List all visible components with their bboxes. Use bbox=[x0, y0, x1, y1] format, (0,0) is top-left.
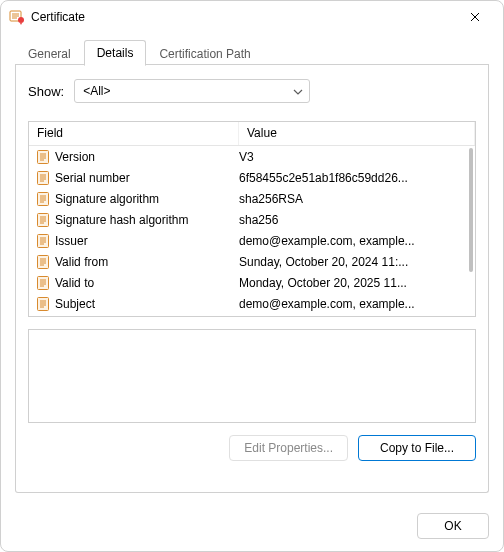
cell-value: Monday, October 20, 2025 11... bbox=[239, 276, 471, 290]
fields-listview[interactable]: Field Value VersionV3Serial number6f5845… bbox=[28, 121, 476, 317]
svg-rect-6 bbox=[38, 234, 49, 247]
show-row: Show: <All> bbox=[28, 79, 476, 103]
cell-field-text: Signature algorithm bbox=[55, 192, 159, 206]
cell-field-text: Version bbox=[55, 150, 95, 164]
list-row[interactable]: Issuerdemo@example.com, example... bbox=[29, 230, 475, 251]
property-icon bbox=[35, 191, 51, 207]
tab-details[interactable]: Details bbox=[84, 40, 147, 66]
cell-field-text: Valid to bbox=[55, 276, 94, 290]
tab-strip: General Details Certification Path bbox=[15, 39, 489, 65]
cell-value: sha256RSA bbox=[239, 192, 471, 206]
svg-rect-8 bbox=[38, 276, 49, 289]
cell-field: Issuer bbox=[35, 233, 239, 249]
cell-value: demo@example.com, example... bbox=[239, 297, 471, 311]
column-header-field[interactable]: Field bbox=[29, 122, 239, 145]
certificate-dialog: Certificate General Details Certificatio… bbox=[0, 0, 504, 552]
list-row[interactable]: Serial number6f58455c2e51ab1f86c59dd26..… bbox=[29, 167, 475, 188]
list-row[interactable]: VersionV3 bbox=[29, 146, 475, 167]
cell-field: Valid from bbox=[35, 254, 239, 270]
details-tabpanel: Show: <All> Field Value VersionV3Serial … bbox=[15, 65, 489, 493]
cell-value: demo@example.com, example... bbox=[239, 234, 471, 248]
ok-button[interactable]: OK bbox=[417, 513, 489, 539]
property-icon bbox=[35, 170, 51, 186]
property-icon bbox=[35, 275, 51, 291]
edit-properties-button: Edit Properties... bbox=[229, 435, 348, 461]
svg-rect-2 bbox=[38, 150, 49, 163]
list-row[interactable]: Subjectdemo@example.com, example... bbox=[29, 293, 475, 314]
copy-to-file-button[interactable]: Copy to File... bbox=[358, 435, 476, 461]
svg-rect-9 bbox=[38, 297, 49, 310]
cell-value: V3 bbox=[239, 150, 471, 164]
dialog-footer: OK bbox=[1, 505, 503, 551]
svg-rect-4 bbox=[38, 192, 49, 205]
tab-certification-path[interactable]: Certification Path bbox=[146, 41, 263, 66]
dialog-body: General Details Certification Path Show:… bbox=[1, 33, 503, 505]
close-button[interactable] bbox=[453, 3, 497, 31]
detail-textbox[interactable] bbox=[28, 329, 476, 423]
property-icon bbox=[35, 233, 51, 249]
certificate-icon bbox=[9, 9, 25, 25]
cell-field: Version bbox=[35, 149, 239, 165]
title-bar: Certificate bbox=[1, 1, 503, 33]
show-dropdown-value: <All> bbox=[83, 84, 110, 98]
cell-field-text: Valid from bbox=[55, 255, 108, 269]
cell-field: Serial number bbox=[35, 170, 239, 186]
column-header-value[interactable]: Value bbox=[239, 122, 475, 145]
svg-point-1 bbox=[18, 17, 24, 23]
cell-field: Subject bbox=[35, 296, 239, 312]
cell-field: Signature algorithm bbox=[35, 191, 239, 207]
show-dropdown[interactable]: <All> bbox=[74, 79, 310, 103]
svg-rect-3 bbox=[38, 171, 49, 184]
cell-field-text: Signature hash algorithm bbox=[55, 213, 188, 227]
cell-field: Signature hash algorithm bbox=[35, 212, 239, 228]
property-icon bbox=[35, 254, 51, 270]
chevron-down-icon bbox=[293, 84, 303, 98]
property-icon bbox=[35, 149, 51, 165]
cell-value: sha256 bbox=[239, 213, 471, 227]
cell-field-text: Issuer bbox=[55, 234, 88, 248]
panel-button-row: Edit Properties... Copy to File... bbox=[28, 435, 476, 461]
list-row[interactable]: Valid fromSunday, October 20, 2024 11:..… bbox=[29, 251, 475, 272]
list-row[interactable]: Valid toMonday, October 20, 2025 11... bbox=[29, 272, 475, 293]
svg-rect-7 bbox=[38, 255, 49, 268]
cell-field-text: Subject bbox=[55, 297, 95, 311]
list-row[interactable]: Signature hash algorithmsha256 bbox=[29, 209, 475, 230]
listview-body: VersionV3Serial number6f58455c2e51ab1f86… bbox=[29, 146, 475, 316]
show-label: Show: bbox=[28, 84, 64, 99]
cell-value: Sunday, October 20, 2024 11:... bbox=[239, 255, 471, 269]
property-icon bbox=[35, 296, 51, 312]
cell-value: 6f58455c2e51ab1f86c59dd26... bbox=[239, 171, 471, 185]
cell-field: Valid to bbox=[35, 275, 239, 291]
list-row[interactable]: Signature algorithmsha256RSA bbox=[29, 188, 475, 209]
window-title: Certificate bbox=[31, 10, 453, 24]
cell-field-text: Serial number bbox=[55, 171, 130, 185]
svg-rect-5 bbox=[38, 213, 49, 226]
property-icon bbox=[35, 212, 51, 228]
scrollbar-thumb[interactable] bbox=[469, 148, 473, 272]
tab-general[interactable]: General bbox=[15, 41, 84, 66]
listview-header: Field Value bbox=[29, 122, 475, 146]
